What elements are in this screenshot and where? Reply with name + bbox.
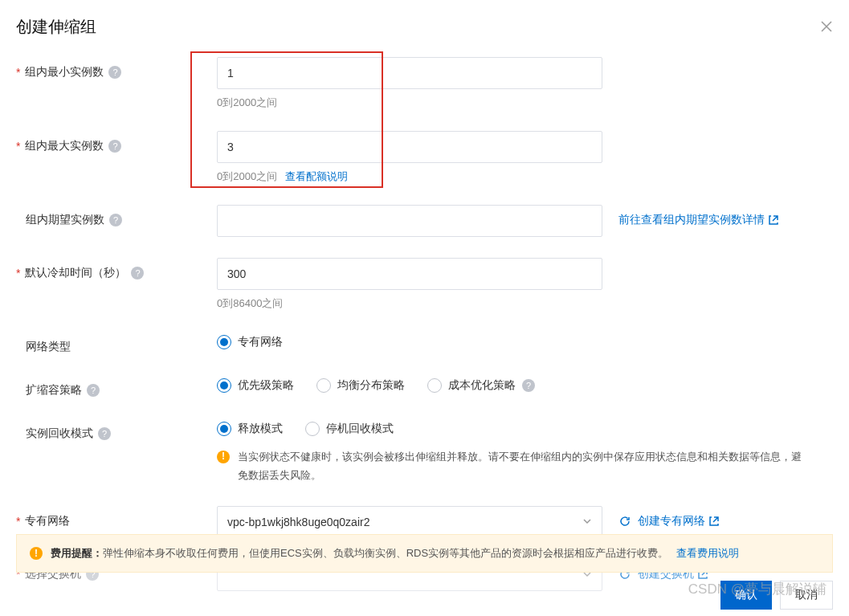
help-icon[interactable]: ? xyxy=(87,384,100,397)
external-link-icon xyxy=(708,516,720,527)
create-vpc-link[interactable]: 创建专有网络 xyxy=(618,506,720,528)
refresh-icon xyxy=(618,515,631,528)
expected-instances-label: 组内期望实例数 ? xyxy=(16,205,217,227)
reclaim-mode-label: 实例回收模式 ? xyxy=(16,418,217,441)
reclaim-shutdown-radio[interactable]: 停机回收模式 xyxy=(305,422,394,436)
vpc-label: * 专有网络 xyxy=(16,506,217,528)
min-instances-hint: 0到2000之间 xyxy=(217,96,602,110)
reclaim-warning: ! 当实例状态不健康时，该实例会被移出伸缩组并释放。请不要在伸缩组内的实例中保存… xyxy=(217,447,811,485)
required-star: * xyxy=(16,515,20,528)
max-instances-input[interactable] xyxy=(217,131,602,163)
radio-unchecked-icon xyxy=(305,422,320,436)
cancel-button[interactable]: 取消 xyxy=(780,581,833,610)
reclaim-release-radio[interactable]: 释放模式 xyxy=(217,422,283,436)
external-link-icon xyxy=(768,214,779,226)
max-instances-label: * 组内最大实例数 ? xyxy=(16,131,217,153)
expected-detail-link[interactable]: 前往查看组内期望实例数详情 xyxy=(618,205,779,227)
required-star: * xyxy=(16,66,20,79)
help-icon[interactable]: ? xyxy=(109,214,122,226)
cooldown-hint: 0到86400之间 xyxy=(217,296,602,311)
cooldown-label: * 默认冷却时间（秒） ? xyxy=(16,258,217,280)
chevron-down-icon xyxy=(582,516,592,528)
policy-balanced-radio[interactable]: 均衡分布策略 xyxy=(316,378,405,393)
dialog-title: 创建伸缩组 xyxy=(16,16,96,38)
required-star: * xyxy=(16,267,20,279)
radio-checked-icon xyxy=(217,422,231,436)
fee-link[interactable]: 查看费用说明 xyxy=(676,547,739,559)
radio-checked-icon xyxy=(217,335,231,349)
radio-unchecked-icon xyxy=(427,378,442,393)
help-icon[interactable]: ? xyxy=(108,140,121,153)
vpc-select[interactable]: vpc-bp1wkj8hk8uge0q0zair2 xyxy=(217,506,602,538)
policy-priority-radio[interactable]: 优先级策略 xyxy=(217,378,294,393)
required-star: * xyxy=(16,140,20,153)
help-icon[interactable]: ? xyxy=(98,427,111,440)
radio-unchecked-icon xyxy=(316,378,331,393)
info-icon: ! xyxy=(30,547,43,560)
fee-banner: ! 费用提醒：弹性伸缩本身不收取任何费用，但使用ECS实例、负载均衡实例、RDS… xyxy=(16,534,833,573)
help-icon[interactable]: ? xyxy=(131,267,144,279)
radio-checked-icon xyxy=(217,378,231,393)
quota-link[interactable]: 查看配额说明 xyxy=(285,170,348,182)
min-instances-label: * 组内最小实例数 ? xyxy=(16,57,217,80)
close-icon[interactable] xyxy=(820,19,833,35)
warning-icon: ! xyxy=(217,451,230,463)
min-instances-input[interactable] xyxy=(217,57,602,89)
help-icon[interactable]: ? xyxy=(522,379,535,392)
network-vpc-radio[interactable]: 专有网络 xyxy=(217,335,283,349)
max-instances-hint: 0到2000之间 查看配额说明 xyxy=(217,169,602,184)
cooldown-input[interactable] xyxy=(217,258,602,290)
policy-cost-radio[interactable]: 成本优化策略 ? xyxy=(427,378,535,393)
network-type-label: 网络类型 xyxy=(16,332,217,354)
help-icon[interactable]: ? xyxy=(108,66,121,79)
scaling-policy-label: 扩缩容策略 ? xyxy=(16,375,217,398)
expected-instances-input[interactable] xyxy=(217,205,602,237)
confirm-button[interactable]: 确认 xyxy=(720,581,772,610)
